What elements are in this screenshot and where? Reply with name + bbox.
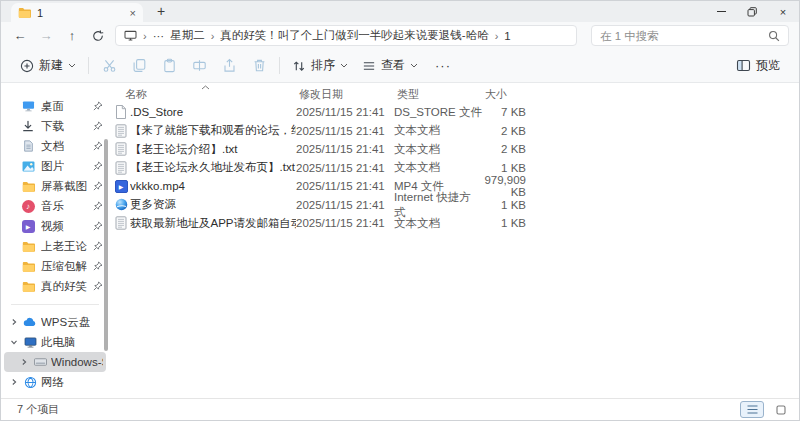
file-row[interactable]: .DS_Store 2025/11/15 21:41 DS_STORE 文件 7… [109,103,799,122]
desktop-icon [21,100,35,112]
file-row[interactable]: 【老王论坛永久地址发布页】.txt 2025/11/15 21:41 文本文档 … [109,159,799,178]
sidebar-item-windows-ssd[interactable]: Windows-SSD [4,352,106,372]
delete-button[interactable] [244,53,274,79]
view-button[interactable]: 查看 [355,53,425,79]
breadcrumb-ellipsis[interactable]: ··· [153,30,165,42]
videos-icon: ▶ [21,220,35,233]
more-options-button[interactable]: ··· [425,58,461,73]
file-row[interactable]: 【来了就能下载和观看的论坛，纯免费！】.txt 2025/11/15 21:41… [109,122,799,141]
chevron-right-icon[interactable] [9,378,19,386]
file-list-pane: 名称 修改日期 类型 大小 .DS_Store 2025/11/15 21:41… [109,83,799,398]
pin-icon [93,261,103,271]
documents-icon [21,140,35,152]
column-headers: 名称 修改日期 类型 大小 [109,86,799,103]
large-icons-view-icon [776,405,786,415]
share-button[interactable] [214,53,244,79]
maximize-button[interactable] [746,6,758,18]
sidebar-item-videos[interactable]: ▶ 视频 [4,216,106,236]
sidebar-item-folder-funny[interactable]: 真的好笑！叫 [4,276,106,296]
forward-button[interactable]: → [33,25,59,47]
sidebar-item-this-pc[interactable]: 此电脑 [4,332,106,352]
pin-icon [93,281,103,291]
minimize-button[interactable] [715,6,727,18]
explorer-tab[interactable]: 1 × [11,3,143,22]
close-button[interactable]: × [777,6,789,18]
item-count: 7 个项目 [17,402,59,417]
minimize-icon [717,11,726,12]
toolbar-divider [279,57,280,74]
status-bar: 7 个项目 [1,398,799,420]
pin-icon [93,121,103,131]
text-file-icon [112,142,130,156]
chevron-right-icon[interactable] [19,358,29,366]
pin-icon [93,161,103,171]
sidebar-item-pictures[interactable]: 图片 [4,156,106,176]
internet-shortcut-icon [112,198,130,211]
file-row[interactable]: 更多资源 2025/11/15 21:41 Internet 快捷方式 1 KB [109,196,799,215]
details-view-button[interactable] [740,401,764,418]
sort-label: 排序 [311,57,335,74]
copy-button[interactable] [124,53,154,79]
close-tab-icon[interactable]: × [130,7,136,19]
sidebar-item-documents[interactable]: 文档 [4,136,106,156]
view-icon [362,59,376,73]
up-button[interactable]: ↑ [59,25,85,47]
chevron-down-icon [410,63,418,68]
sidebar-item-music[interactable]: ♪ 音乐 [4,196,106,216]
sidebar-item-label: 真的好笑！叫 [41,279,87,294]
cut-button[interactable] [94,53,124,79]
sidebar-item-label: 屏幕截图 [41,179,87,194]
sidebar-item-screenshots[interactable]: 屏幕截图 [4,176,106,196]
file-row[interactable]: 【老王论坛介绍】.txt 2025/11/15 21:41 文本文档 2 KB [109,140,799,159]
file-row[interactable]: 获取最新地址及APP请发邮箱自动获取.txt 2025/11/15 21:41 … [109,214,799,233]
tab-title: 1 [37,7,124,19]
column-header-date[interactable]: 修改日期 [299,87,397,102]
sidebar-item-desktop[interactable]: 桌面 [4,96,106,116]
new-tab-button[interactable]: + [157,2,165,21]
refresh-button[interactable] [85,25,111,47]
back-button[interactable]: ← [7,25,33,47]
chevron-down-icon[interactable] [9,338,19,346]
sidebar-item-downloads[interactable]: 下载 [4,116,106,136]
text-file-icon [112,161,130,175]
sidebar-scrollbar[interactable] [104,139,108,351]
delete-icon [252,58,267,73]
view-label: 查看 [381,57,405,74]
sidebar-item-label: 上老王论坛当 [41,239,87,254]
search-input[interactable] [600,30,768,42]
breadcrumb-current[interactable]: 1 [504,30,510,42]
sort-ascending-icon [201,85,210,90]
sort-button[interactable]: 排序 [285,53,355,79]
large-icons-view-button[interactable] [772,401,789,418]
pin-icon [93,181,103,191]
sidebar-item-wps-cloud[interactable]: WPS云盘 [4,312,106,332]
breadcrumb-separator: › [143,30,147,42]
copy-icon [132,58,147,73]
new-button[interactable]: 新建 [13,53,83,79]
preview-button[interactable]: 预览 [729,53,787,79]
sidebar-item-folder-laowang[interactable]: 上老王论坛当 [4,236,106,256]
folder-icon [21,181,35,192]
breadcrumb-folder[interactable]: 真的好笑！叫了个上门做到一半吵起来说要退钱-哈哈 [220,28,488,43]
navigation-bar: ← → ↑ › ··· 星期二 › 真的好笑！叫了个上门做到一半吵起来说要退钱-… [1,22,799,49]
sidebar-item-label: 视频 [41,219,64,234]
sidebar-item-label: 图片 [41,159,64,174]
breadcrumb-weekday[interactable]: 星期二 [170,28,205,43]
sidebar-item-label: 文档 [41,139,64,154]
paste-button[interactable] [154,53,184,79]
column-header-type[interactable]: 类型 [397,87,485,102]
chevron-right-icon[interactable] [9,318,19,326]
column-header-name[interactable]: 名称 [125,87,299,102]
sidebar-item-folder-archive[interactable]: 压缩包解密工 [4,256,106,276]
folder-icon [21,281,35,292]
pin-icon [93,201,103,211]
sidebar-item-network[interactable]: 网络 [4,372,106,392]
video-file-icon: ▶ [112,180,130,193]
command-toolbar: 新建 排序 查看 ··· [1,49,799,83]
column-header-size[interactable]: 大小 [485,87,529,102]
address-bar[interactable]: › ··· 星期二 › 真的好笑！叫了个上门做到一半吵起来说要退钱-哈哈 › 1 [115,25,577,46]
sort-icon [292,59,306,73]
sidebar-item-label: 下载 [41,119,64,134]
sidebar-item-label: 网络 [41,375,64,390]
rename-button[interactable] [184,53,214,79]
